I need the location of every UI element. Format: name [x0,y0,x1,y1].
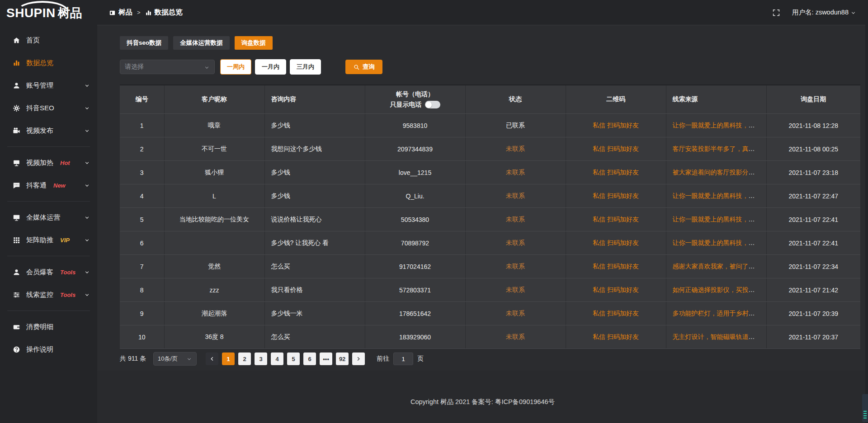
sidebar-item-7[interactable]: 全媒体运营 [0,206,97,229]
sidebar-item-3[interactable]: 抖音SEO [0,97,97,119]
pagination-ellipsis[interactable]: ••• [320,352,332,365]
date-range-button-2[interactable]: 三月内 [290,59,321,75]
sidebar-item-1[interactable]: 数据总览 [0,52,97,74]
lead-source-link[interactable]: 如何正确选择投影仪，买投影... [673,286,760,293]
pagination-page-1[interactable]: 1 [222,352,235,365]
search-button[interactable]: 查询 [345,60,382,74]
sidebar-item-6[interactable]: 抖客通New [0,174,97,197]
column-header-source: 线索来源 [666,85,766,114]
lead-source-link[interactable]: 多功能护栏灯，适用于乡村文... [673,310,760,317]
inquiry-table: 编号客户昵称咨询内容帐号（电话）只显示电话状态二维码线索来源询盘日期 1哦章多少… [120,85,860,349]
qrcode-link[interactable]: 私信 扫码加好友 [593,263,639,270]
lead-source-link[interactable]: 让你一眼就爱上的黑科技，能... [673,216,760,223]
select-placeholder: 请选择 [125,63,144,71]
account-filter-select[interactable]: 请选择 [120,60,215,74]
pagination-page-6[interactable]: 6 [303,352,316,365]
status-badge: 未联系 [506,216,525,223]
sidebar-item-8[interactable]: 矩阵助推VIP [0,229,97,251]
lead-source-link[interactable]: 让你一眼就爱上的黑科技，能... [673,192,760,199]
sidebar-menu: 首页数据总览账号管理抖音SEO视频发布视频加热Hot抖客通New全媒体运营矩阵助… [0,26,97,361]
copyright-text: Copyright 树品 2021 备案号: 粤ICP备09019646号 [410,398,555,406]
search-icon [353,63,360,70]
bar-chart-icon [145,9,152,16]
cell-status: 未联系 [465,137,566,161]
fullscreen-button[interactable] [772,8,780,17]
pagination-prev-button[interactable] [206,352,218,365]
sidebar-item-12[interactable]: 操作说明 [0,338,97,361]
cell-source: 让你一眼就爱上的黑科技，能... [666,114,766,137]
cell-nickname: 觉然 [164,255,264,278]
date-range-button-1[interactable]: 一月内 [255,59,286,75]
sidebar-item-9[interactable]: 会员爆客Tools [0,261,97,283]
tab-0[interactable]: 抖音seo数据 [120,36,168,50]
qrcode-link[interactable]: 私信 扫码加好友 [593,192,639,199]
page-size-select[interactable]: 10条/页 [153,352,197,366]
pagination-page-4[interactable]: 4 [271,352,283,365]
qrcode-link[interactable]: 私信 扫码加好友 [593,239,639,246]
cell-source: 多功能护栏灯，适用于乡村文... [666,302,766,325]
breadcrumb-current[interactable]: 数据总览 [145,8,183,17]
tab-2[interactable]: 询盘数据 [235,36,273,50]
chevron-down-icon [84,215,90,221]
corner-widget[interactable] [862,394,868,422]
sidebar-item-badge: Tools [60,269,75,276]
jump-page-input[interactable] [393,352,413,365]
user-menu[interactable]: 用户名: zswodun88 [792,8,856,17]
lead-source-link[interactable]: 感谢大家喜欢我家，被问了好... [673,263,760,270]
sidebar-item-10[interactable]: 线索监控Tools [0,283,97,306]
pagination-next-button[interactable] [352,352,365,365]
pagination-page-92[interactable]: 92 [336,352,349,365]
qrcode-link[interactable]: 私信 扫码加好友 [593,286,639,293]
sidebar-item-label: 消费明细 [26,323,53,331]
phone-only-toggle[interactable] [425,101,440,108]
qrcode-link[interactable]: 私信 扫码加好友 [593,333,639,340]
cell-status: 未联系 [465,278,566,302]
chevron-down-icon [186,356,192,362]
sidebar-item-5[interactable]: 视频加热Hot [0,151,97,174]
breadcrumb-current-label: 数据总览 [155,8,183,17]
column-header-phone: 帐号（电话）只显示电话 [365,85,465,114]
qrcode-link[interactable]: 私信 扫码加好友 [593,169,639,176]
chevron-down-icon [84,83,90,89]
cell-status: 未联系 [465,231,566,255]
page-scrollbar[interactable] [865,0,868,423]
date-range-group: 一周内一月内三月内 [220,59,325,75]
lead-source-link[interactable]: 让你一眼就爱上的黑科技，能... [673,122,760,129]
cell-no: 3 [120,161,164,184]
chevron-down-icon [84,237,90,243]
cell-phone: 2097344839 [365,137,465,161]
pagination-page-3[interactable]: 3 [255,352,267,365]
cell-qrcode: 私信 扫码加好友 [566,278,666,302]
main-content: 抖音seo数据全媒体运营数据询盘数据 请选择 一周内一月内三月内 查询 编号客户… [97,26,868,423]
chevron-down-icon [84,269,90,275]
logo[interactable]: SHUPIN 树品 [0,0,97,26]
search-icon [353,64,360,70]
qrcode-link[interactable]: 私信 扫码加好友 [593,216,639,223]
pagination-page-5[interactable]: 5 [287,352,300,365]
cell-content: 多少钱 [264,184,365,208]
logo-arc [16,1,69,12]
qrcode-link[interactable]: 私信 扫码加好友 [593,145,639,152]
status-badge: 未联系 [506,263,525,270]
sidebar-item-2[interactable]: 账号管理 [0,74,97,97]
cell-phone: 50534380 [365,208,465,231]
lead-source-link[interactable]: 被大家追着问的客厅投影分享... [673,169,760,176]
jump-prefix-label: 前往 [377,355,389,363]
cell-qrcode: 私信 扫码加好友 [566,255,666,278]
qrcode-link[interactable]: 私信 扫码加好友 [593,122,639,129]
qrcode-link[interactable]: 私信 扫码加好友 [593,310,639,317]
date-range-button-0[interactable]: 一周内 [220,59,251,75]
sidebar-item-11[interactable]: 消费明细 [0,315,97,338]
cell-date: 2021-11-07 23:18 [766,161,860,184]
data-tabs: 抖音seo数据全媒体运营数据询盘数据 [120,36,273,50]
sidebar-item-0[interactable]: 首页 [0,29,97,52]
lead-source-link[interactable]: 无主灯设计，智能磁吸轨道灯... [673,333,760,340]
sidebar-item-4[interactable]: 视频发布 [0,119,97,142]
tab-1[interactable]: 全媒体运营数据 [173,36,230,50]
breadcrumb-root[interactable]: 树品 [109,8,132,17]
cell-source: 让你一眼就爱上的黑科技，能... [666,184,766,208]
breadcrumb-separator: > [137,9,141,16]
lead-source-link[interactable]: 客厅安装投影半年多了，真实... [673,145,760,152]
lead-source-link[interactable]: 让你一眼就爱上的黑科技，能... [673,239,760,246]
pagination-page-2[interactable]: 2 [238,352,251,365]
